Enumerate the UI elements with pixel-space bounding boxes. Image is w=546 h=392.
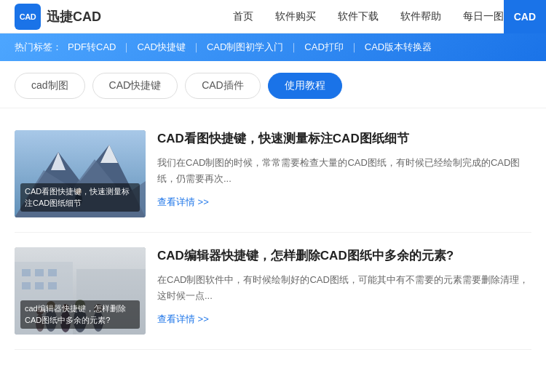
hot-tags-bar: 热门标签： PDF转CAD ｜ CAD快捷键 ｜ CAD制图初学入门 ｜ CAD…: [0, 33, 546, 61]
article-more-2[interactable]: 查看详情 >>: [157, 313, 531, 326]
svg-rect-13: [22, 282, 31, 289]
svg-rect-12: [48, 269, 57, 276]
tag-cad-beginner[interactable]: CAD制图初学入门: [207, 41, 283, 54]
tag-cad-converter[interactable]: CAD版本转换器: [365, 41, 432, 54]
tab-cad-plugin[interactable]: CAD插件: [185, 73, 261, 99]
svg-rect-11: [35, 269, 44, 276]
article-more-1[interactable]: 查看详情 >>: [157, 196, 531, 209]
sep-4: ｜: [349, 41, 359, 54]
thumb-overlay-2: cad编辑器快捷键，怎样删除CAD图纸中多余的元素?: [20, 300, 140, 329]
header: CAD 迅捷CAD 首页 软件购买 软件下载 软件帮助 每日一图 CAD: [0, 0, 546, 33]
nav-help[interactable]: 软件帮助: [400, 10, 441, 23]
article-excerpt-1: 我们在CAD制图的时候，常常需要检查大量的CAD图纸，有时候已经绘制完成的CAD…: [157, 155, 531, 187]
nav-home[interactable]: 首页: [233, 10, 253, 23]
articles-section: CAD看图快捷键，快速测量标注CAD图纸细节 CAD看图快捷键，快速测量标注CA…: [0, 108, 546, 357]
article-thumb-2: cad编辑器快捷键，怎样删除CAD图纸中多余的元素?: [15, 247, 146, 335]
nav-download[interactable]: 软件下载: [338, 10, 379, 23]
main-nav: 首页 软件购买 软件下载 软件帮助 每日一图: [233, 10, 504, 23]
sep-1: ｜: [122, 41, 131, 54]
nav-daily[interactable]: 每日一图: [463, 10, 504, 23]
logo-text: 迅捷CAD: [47, 8, 101, 25]
tag-cad-hotkeys[interactable]: CAD快捷键: [137, 41, 185, 54]
article-excerpt-2: 在CAD制图软件中，有时候绘制好的CAD图纸，可能其中有不需要的元素需要删除清理…: [157, 272, 531, 304]
svg-rect-10: [22, 269, 31, 276]
logo-icon: CAD: [15, 4, 41, 30]
tag-cad-print[interactable]: CAD打印: [304, 41, 343, 54]
logo-area: CAD 迅捷CAD: [15, 4, 101, 30]
tabs-section: cad制图 CAD快捷键 CAD插件 使用教程: [0, 61, 546, 108]
nav-buy[interactable]: 软件购买: [275, 10, 316, 23]
svg-rect-14: [35, 282, 44, 289]
thumb-overlay-1: CAD看图快捷键，快速测量标注CAD图纸细节: [20, 183, 140, 212]
tab-cad-drawing[interactable]: cad制图: [15, 73, 85, 99]
article-thumb-1: CAD看图快捷键，快速测量标注CAD图纸细节: [15, 130, 146, 217]
article-content-1: CAD看图快捷键，快速测量标注CAD图纸细节 我们在CAD制图的时候，常常需要检…: [157, 130, 531, 217]
svg-rect-15: [48, 282, 57, 289]
article-content-2: CAD编辑器快捷键，怎样删除CAD图纸中多余的元素? 在CAD制图软件中，有时候…: [157, 247, 531, 335]
tab-cad-hotkeys[interactable]: CAD快捷键: [92, 73, 178, 99]
article-title-2: CAD编辑器快捷键，怎样删除CAD图纸中多余的元素?: [157, 247, 531, 265]
hot-tags-label: 热门标签：: [15, 41, 62, 54]
sep-2: ｜: [191, 41, 201, 54]
sep-3: ｜: [289, 41, 298, 54]
tab-tutorial[interactable]: 使用教程: [268, 73, 342, 99]
article-card-2: cad编辑器快捷键，怎样删除CAD图纸中多余的元素? CAD编辑器快捷键，怎样删…: [15, 233, 531, 350]
article-title-1: CAD看图快捷键，快速测量标注CAD图纸细节: [157, 130, 531, 148]
tag-pdf-cad[interactable]: PDF转CAD: [68, 41, 116, 54]
nav-cad-tab[interactable]: CAD: [504, 0, 546, 33]
article-card-1: CAD看图快捷键，快速测量标注CAD图纸细节 CAD看图快捷键，快速测量标注CA…: [15, 116, 531, 233]
